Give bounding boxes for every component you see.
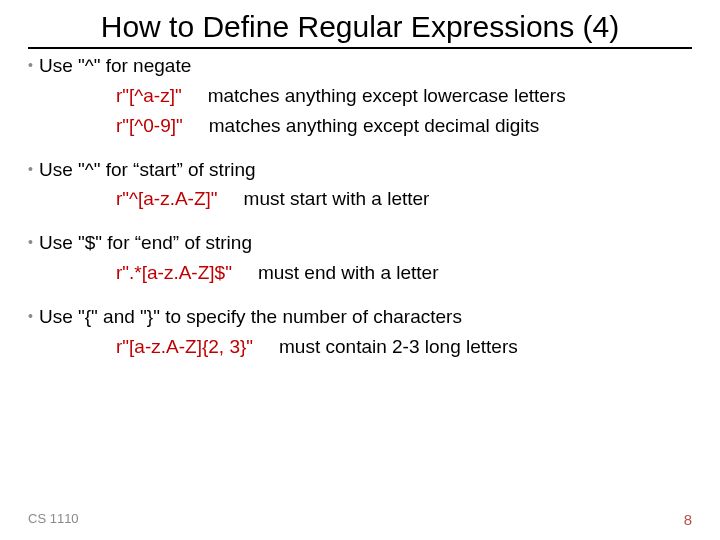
bullet-text: Use "{" and "}" to specify the number of…: [39, 306, 462, 327]
example-row: r"[^0-9]" matches anything except decima…: [28, 115, 692, 137]
title-underline: [28, 47, 692, 49]
page-number: 8: [684, 511, 692, 528]
code-snippet: r"[^0-9]": [116, 115, 183, 137]
bullet-2: •Use "^" for “start” of string: [28, 159, 692, 181]
example-row: r".*[a-z.A-Z]$" must end with a letter: [28, 262, 692, 284]
example-desc: matches anything except decimal digits: [209, 115, 540, 137]
slide-title: How to Define Regular Expressions (4): [28, 10, 692, 43]
code-snippet: r"[a-z.A-Z]{2, 3}": [116, 336, 253, 358]
example-row: r"^[a-z.A-Z]" must start with a letter: [28, 188, 692, 210]
bullet-text: Use "$" for “end” of string: [39, 232, 252, 253]
bullet-4: •Use "{" and "}" to specify the number o…: [28, 306, 692, 328]
slide-body: •Use "^" for negate r"[^a-z]" matches an…: [28, 55, 692, 358]
code-snippet: r"^[a-z.A-Z]": [116, 188, 218, 210]
bullet-dot-icon: •: [28, 308, 33, 324]
bullet-3: •Use "$" for “end” of string: [28, 232, 692, 254]
example-desc: matches anything except lowercase letter…: [208, 85, 566, 107]
slide-footer: CS 1110 8: [0, 511, 720, 528]
bullet-dot-icon: •: [28, 57, 33, 73]
code-snippet: r"[^a-z]": [116, 85, 182, 107]
bullet-text: Use "^" for negate: [39, 55, 191, 76]
example-row: r"[a-z.A-Z]{2, 3}" must contain 2-3 long…: [28, 336, 692, 358]
bullet-dot-icon: •: [28, 161, 33, 177]
bullet-dot-icon: •: [28, 234, 33, 250]
slide: How to Define Regular Expressions (4) •U…: [0, 0, 720, 540]
footer-left: CS 1110: [28, 511, 79, 528]
example-desc: must start with a letter: [244, 188, 430, 210]
bullet-text: Use "^" for “start” of string: [39, 159, 256, 180]
example-row: r"[^a-z]" matches anything except lowerc…: [28, 85, 692, 107]
example-desc: must end with a letter: [258, 262, 439, 284]
code-snippet: r".*[a-z.A-Z]$": [116, 262, 232, 284]
bullet-1: •Use "^" for negate: [28, 55, 692, 77]
example-desc: must contain 2-3 long letters: [279, 336, 518, 358]
